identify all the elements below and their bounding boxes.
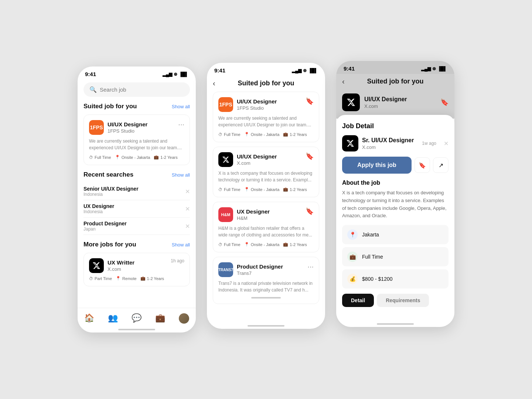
list-job-logo-2: [218, 152, 233, 167]
close-icon[interactable]: ✕: [444, 140, 449, 147]
recent-search-item-2[interactable]: UX Designer Indonesia ✕: [83, 200, 190, 218]
phone3-featured-bar: UI/UX Designer X.com 🔖: [336, 90, 454, 119]
location-chip: 📍 Jakarta: [342, 225, 449, 244]
home-indicator-1: [118, 329, 155, 330]
detail-chips: 📍 Jakarta 💼 Full Time 💰 $800 - $1200: [342, 225, 449, 289]
back-button-2[interactable]: ‹: [213, 79, 215, 88]
nav-chat[interactable]: 💬: [129, 312, 144, 325]
suited-jobs-header: Suited job for you Show all: [83, 103, 190, 110]
phone2-nav-header: ‹ Suited job for you: [207, 76, 325, 92]
list-job-tags-1: ⏱ Full Time 📍 Onsite - Jakarta 💼 1-2 Yea…: [218, 132, 314, 137]
list-job-tags-3: ⏱ Full Time 📍 Onsite - Jakarta 💼 1-2 Yea…: [218, 242, 314, 247]
apply-button[interactable]: Apply this job: [342, 157, 412, 174]
recent-searches-show-all[interactable]: Show all: [172, 172, 190, 178]
recent-search-item-1[interactable]: Senior UI/UX Designer Indonesia ✕: [83, 183, 190, 200]
home-indicator-3: [377, 323, 414, 325]
job-detail-sheet: Job Detail Sr. UI/UX Designer X.com 1w a…: [336, 115, 454, 327]
recent-search-close-2[interactable]: ✕: [185, 205, 190, 212]
salary-chip-icon: 💰: [347, 274, 358, 284]
recent-search-title-3: Product Designer: [83, 221, 127, 226]
bag-icon-l1: 💼: [283, 132, 288, 137]
phone3-featured-logo: [342, 93, 360, 111]
location-icon-2: 📍: [116, 276, 121, 281]
list-job-bookmark-2[interactable]: 🔖: [306, 152, 314, 160]
save-job-button[interactable]: 🔖: [415, 157, 430, 173]
nav-jobs[interactable]: 💼: [152, 312, 168, 325]
search-bar[interactable]: 🔍: [83, 82, 190, 97]
job-list: 1FPS UI/UX Designer 1FPS Studio 🔖 We are…: [207, 92, 325, 304]
list-job-bookmark-1[interactable]: 🔖: [306, 97, 314, 105]
phone3-featured-title: UI/UX Designer: [364, 96, 407, 103]
share-job-button[interactable]: ↗: [433, 157, 449, 173]
list-job-type-3: ⏱ Full Time: [218, 242, 241, 247]
location-chip-label: Jakarta: [362, 232, 379, 238]
tab-requirements[interactable]: Requirements: [377, 294, 429, 307]
more-job-time-1: 1h ago: [171, 258, 184, 263]
status-time-2: 9:41: [214, 67, 225, 74]
detail-job-row: Sr. UI/UX Designer X.com 1w ago ✕: [342, 135, 449, 151]
type-chip-label: Full Time: [362, 254, 383, 260]
phone1-content: 🔍 Suited job for you Show all 1FPS UI/UX…: [78, 79, 196, 291]
list-job-more-4[interactable]: ···: [307, 262, 314, 271]
list-job-card-1[interactable]: 1FPS UI/UX Designer 1FPS Studio 🔖 We are…: [213, 92, 319, 142]
about-section: About the job X is a tech company that f…: [342, 180, 449, 220]
list-job-info-1: UI/UX Designer 1FPS Studio: [237, 98, 277, 111]
recent-search-subtitle-3: Japan: [83, 226, 127, 232]
list-job-company-2: X.com: [237, 160, 277, 166]
detail-job-logo: [342, 135, 358, 151]
detail-tabs: Detail Requirements: [342, 294, 449, 307]
search-input[interactable]: [100, 86, 184, 93]
list-job-info-3: UX Designer H&M: [237, 208, 270, 221]
featured-job-logo-title: 1FPS UI/UX Designer 1FPS Studio: [89, 120, 147, 135]
briefcase-icon-2: 💼: [140, 276, 146, 281]
featured-job-location: 📍 Onsite - Jakarta: [115, 155, 150, 160]
list-job-desc-3: H&M is a global fashion retailer that of…: [218, 225, 314, 238]
list-job-exp-1: 💼 1-2 Years: [283, 132, 307, 137]
recent-search-item-3[interactable]: Product Designer Japan ✕: [83, 218, 190, 235]
phone3-page-title: Suited job for you: [367, 78, 424, 85]
more-jobs-show-all[interactable]: Show all: [172, 242, 190, 248]
suited-jobs-show-all[interactable]: Show all: [172, 104, 190, 109]
status-bar-1: 9:41 ▂▄▆ ⊛ ▐█▌: [78, 66, 196, 79]
type-chip: 💼 Full Time: [342, 247, 449, 266]
list-job-bookmark-3[interactable]: 🔖: [306, 207, 314, 215]
recent-search-close-3[interactable]: ✕: [185, 223, 190, 230]
nav-profile[interactable]: [176, 312, 192, 325]
nav-people[interactable]: 👥: [105, 312, 121, 325]
avatar: [179, 313, 189, 324]
phone2-page-title: Suited job for you: [238, 79, 294, 87]
list-job-tags-2: ⏱ Full Time 📍 Onsite - Jakarta 💼 1-2 Yea…: [218, 187, 314, 192]
more-job-card-1[interactable]: UX Writter X.com 1h ago ⏱ Part Time 📍 Re…: [83, 253, 190, 286]
featured-job-header: 1FPS UI/UX Designer 1FPS Studio ···: [89, 120, 184, 135]
list-job-title-4: Product Designer: [237, 263, 283, 270]
list-job-type-2: ⏱ Full Time: [218, 187, 241, 192]
list-job-card-4[interactable]: TRANS7 Product Designer Trans7 ··· Trans…: [213, 257, 319, 304]
status-time-1: 9:41: [85, 71, 96, 77]
signal-icon: ▂▄▆: [163, 72, 173, 77]
status-time-3: 9:41: [344, 65, 355, 72]
signal-icon-2: ▂▄▆: [292, 68, 302, 73]
list-job-card-3[interactable]: H&M UX Designer H&M 🔖 H&M is a global fa…: [213, 202, 319, 252]
featured-job-more[interactable]: ···: [178, 120, 184, 129]
featured-job-card[interactable]: 1FPS UI/UX Designer 1FPS Studio ··· We a…: [83, 115, 190, 165]
more-jobs-title: More jobs for you: [83, 241, 136, 248]
phone3-nav-header: ‹ Suited job for you: [336, 74, 454, 90]
wifi-icon-2: ⊛: [303, 68, 307, 73]
back-button-3[interactable]: ‹: [342, 77, 345, 86]
nav-home[interactable]: 🏠: [81, 312, 97, 325]
detail-job-info: Sr. UI/UX Designer X.com: [362, 137, 414, 150]
tab-detail[interactable]: Detail: [342, 294, 374, 307]
list-job-card-2[interactable]: UI/UX Designer X.com 🔖 X is a tech compa…: [213, 147, 319, 197]
clock-icon: ⏱: [89, 155, 93, 160]
status-icons-2: ▂▄▆ ⊛ ▐█▌: [292, 68, 318, 73]
featured-job-info: UI/UX Designer 1FPS Studio: [108, 121, 147, 134]
list-job-desc-2: X is a tech company that focuses on deve…: [218, 170, 314, 183]
list-job-logo-1: 1FPS: [218, 97, 233, 112]
recent-search-close-1[interactable]: ✕: [185, 188, 190, 195]
battery-icon-2: ▐█▌: [308, 68, 318, 73]
phone3-top-bg: 9:41 ▂▄▆ ⊛ ▐█▌ ‹ Suited job for you UI/U…: [336, 61, 454, 119]
salary-chip-label: $800 - $1200: [362, 276, 393, 282]
phone3-bookmark[interactable]: 🔖: [440, 98, 449, 106]
scroll-indicator: [251, 297, 281, 299]
detail-job-title: Sr. UI/UX Designer: [362, 137, 414, 144]
